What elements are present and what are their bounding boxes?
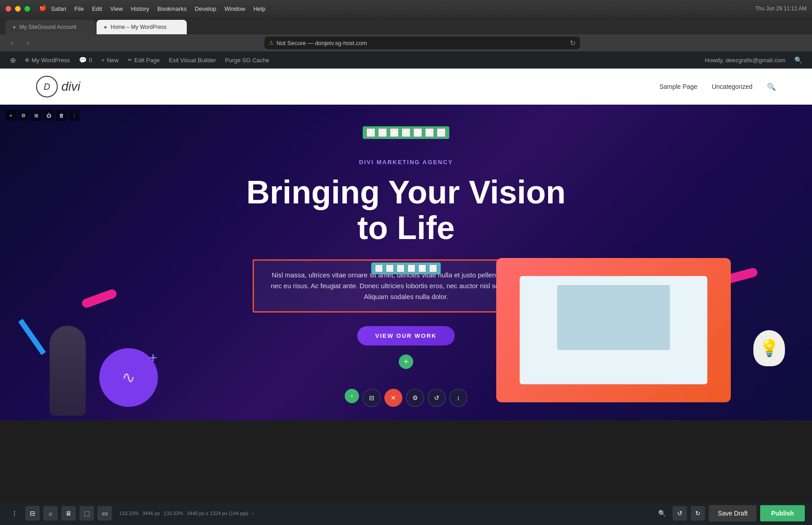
- address-text: Not Secure — donjetv.sg-host.com: [277, 40, 367, 46]
- bottom-right-controls: 🔍 ↺ ↻ Save Draft Publish: [655, 505, 805, 521]
- add-section-btn[interactable]: +: [399, 355, 413, 369]
- section-settings-btn[interactable]: ⚙: [18, 110, 29, 121]
- wordpress-icon: ⊕: [10, 56, 16, 64]
- menu-view[interactable]: View: [106, 5, 126, 13]
- row-layout-btn[interactable]: ⊞: [390, 128, 399, 137]
- publish-button[interactable]: Publish: [760, 505, 805, 521]
- divi-ctrl-delete[interactable]: ✕: [384, 389, 402, 407]
- datetime-display: Thu Jun 29 11:11 AM: [755, 5, 807, 12]
- row-toolbar: + ⚙ ⊞ ⊟ ⏻ 🗑 ⋮: [363, 126, 449, 139]
- wp-purge-cache[interactable]: Purge SG Cache: [221, 51, 274, 69]
- bottom-zoom-btn[interactable]: 🔍: [655, 506, 669, 520]
- wp-admin-right: Howdy, deezgrafix@gmail.com 🔍: [701, 56, 807, 64]
- browser-toolbar: ‹ › ⚠ Not Secure — donjetv.sg-host.com ↻: [0, 34, 812, 51]
- menu-develop[interactable]: Develop: [191, 5, 220, 13]
- row-more-btn[interactable]: ⋮: [437, 128, 446, 137]
- titlebar-menus: 🍎 Safari File Edit View History Bookmark…: [39, 5, 269, 13]
- wp-exit-builder[interactable]: Exit Visual Builder: [164, 51, 221, 69]
- menu-bookmarks[interactable]: Bookmarks: [154, 5, 190, 13]
- menu-file[interactable]: File: [71, 5, 88, 13]
- menu-help[interactable]: Help: [250, 5, 269, 13]
- status-zoom: 133.33%: [119, 511, 138, 516]
- wp-comments-item[interactable]: 💬 0: [74, 51, 97, 69]
- row-disable-btn[interactable]: ⏻: [413, 128, 422, 137]
- section-controls: + ⚙ ⊞ ⏻ 🗑 ⋮: [5, 110, 79, 121]
- module-move-btn[interactable]: ↕: [397, 264, 405, 272]
- save-draft-button[interactable]: Save Draft: [709, 505, 757, 521]
- hero-section: + ⚙ ⊞ ⏻ 🗑 ⋮ + ⚙ ⊞ ⊟ ⏻ 🗑 ⋮ DIVI MARKETING…: [0, 105, 812, 420]
- bottom-more-btn[interactable]: ⋮: [7, 506, 22, 520]
- address-bar[interactable]: ⚠ Not Secure — donjetv.sg-host.com ↻: [264, 37, 580, 49]
- apple-menu[interactable]: 🍎: [39, 5, 46, 13]
- module-toolbar: + ⚙ ↕ ⏻ 🗑 ⋮: [371, 262, 441, 274]
- module-settings-btn[interactable]: ⚙: [386, 264, 394, 272]
- menu-history[interactable]: History: [127, 5, 152, 13]
- bottom-tablet-btn[interactable]: ⬚: [79, 506, 94, 520]
- bottom-pages-btn[interactable]: ⊟: [25, 506, 40, 520]
- bottom-desktop-btn[interactable]: 🖥: [61, 506, 76, 520]
- screen-inner-box: [557, 285, 670, 350]
- close-button[interactable]: [5, 6, 11, 12]
- exit-builder-label: Exit Visual Builder: [169, 57, 216, 64]
- page-content: D divi Sample Page Uncategorized 🔍 + ⚙ ⊞…: [0, 69, 812, 508]
- status-arrow: ›: [252, 511, 254, 516]
- menu-edit[interactable]: Edit: [88, 5, 106, 13]
- row-settings-btn[interactable]: ⚙: [378, 128, 387, 137]
- back-button[interactable]: ‹: [5, 37, 18, 49]
- nav-search-icon[interactable]: 🔍: [767, 83, 776, 91]
- fullscreen-button[interactable]: [24, 6, 30, 12]
- divi-module-controls: + ⊟ ✕ ⚙ ↺ ↕: [345, 389, 467, 407]
- site-logo: D divi: [36, 76, 80, 97]
- wp-search-icon[interactable]: 🔍: [790, 56, 807, 64]
- wp-edit-page[interactable]: ✏ Edit Page: [123, 51, 164, 69]
- section-disable-btn[interactable]: ⏻: [43, 110, 54, 121]
- module-add-btn[interactable]: +: [375, 264, 383, 272]
- hero-subtitle: DIVI MARKETING AGENCY: [359, 159, 453, 166]
- purge-cache-label: Purge SG Cache: [225, 57, 269, 64]
- wp-logo-item[interactable]: ⊕: [5, 51, 20, 69]
- row-delete-btn[interactable]: 🗑: [425, 128, 434, 137]
- section-more-btn[interactable]: ⋮: [69, 110, 79, 121]
- module-more-btn[interactable]: ⋮: [429, 264, 437, 272]
- menu-safari[interactable]: Safari: [47, 5, 70, 13]
- siteground-favicon: ●: [13, 24, 16, 30]
- divi-ctrl-layout[interactable]: ⊟: [363, 389, 381, 407]
- divi-ctrl-history[interactable]: ↺: [428, 389, 446, 407]
- edit-icon: ✏: [128, 57, 132, 63]
- deco-circle-speech: ∿: [99, 348, 158, 407]
- row-columns-btn[interactable]: ⊟: [401, 128, 411, 137]
- status-zoom2: 133.33%: [164, 511, 183, 516]
- row-add-btn[interactable]: +: [366, 128, 375, 137]
- nav-uncategorized[interactable]: Uncategorized: [712, 83, 752, 90]
- bottom-mobile-btn[interactable]: ▭: [97, 506, 112, 520]
- bottom-search-btn[interactable]: ⌕: [43, 506, 58, 520]
- logo-circle: D: [36, 76, 58, 97]
- menu-window[interactable]: Window: [221, 5, 249, 13]
- module-delete-btn[interactable]: 🗑: [418, 264, 426, 272]
- tabs-bar: ● My SiteGround Account ● Home – My Word…: [0, 17, 812, 34]
- section-delete-btn[interactable]: 🗑: [56, 110, 67, 121]
- cta-button[interactable]: VIEW OUR WORK: [357, 326, 455, 345]
- new-label: New: [107, 57, 119, 64]
- screen-inner: [520, 276, 707, 384]
- tab-wordpress[interactable]: ● Home – My WordPress: [97, 20, 187, 34]
- comments-count: 0: [89, 57, 92, 64]
- nav-sample-page[interactable]: Sample Page: [660, 83, 697, 90]
- minimize-button[interactable]: [15, 6, 21, 12]
- section-add-btn[interactable]: +: [5, 110, 16, 121]
- hero-title-line1: Bringing Your Vision: [246, 174, 566, 210]
- reload-button[interactable]: ↻: [570, 39, 576, 47]
- wp-site-name[interactable]: ⊕ My WordPress: [20, 51, 74, 69]
- module-disable-btn[interactable]: ⏻: [407, 264, 415, 272]
- bottom-undo-btn[interactable]: ↺: [673, 506, 687, 520]
- section-layout-btn[interactable]: ⊞: [31, 110, 42, 121]
- wp-new-item[interactable]: + New: [97, 51, 123, 69]
- divi-ctrl-settings[interactable]: ⚙: [406, 389, 424, 407]
- divi-ctrl-add[interactable]: +: [345, 389, 359, 403]
- browser-chrome: ● My SiteGround Account ● Home – My Word…: [0, 17, 812, 51]
- tab-siteground[interactable]: ● My SiteGround Account: [5, 20, 96, 34]
- bottom-toolbar: ⋮ ⊟ ⌕ 🖥 ⬚ ▭ 133.33% 3446 px 133.33% 3440…: [0, 502, 812, 525]
- divi-ctrl-resize[interactable]: ↕: [449, 389, 467, 407]
- forward-button[interactable]: ›: [22, 37, 34, 49]
- bottom-redo-btn[interactable]: ↻: [691, 506, 705, 520]
